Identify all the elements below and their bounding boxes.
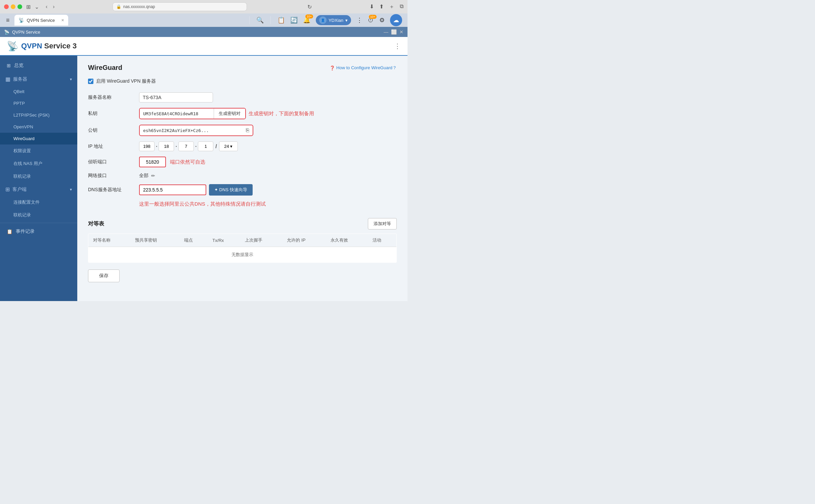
titlebar-nav: ‹ ›	[46, 4, 55, 10]
dns-annotation-row: 这里一般选择阿里云公共DNS，其他特殊情况请自行测试	[139, 201, 390, 207]
sidebar-item-client-log[interactable]: 联机记录	[0, 209, 77, 221]
connection-log-label: 联机记录	[13, 174, 31, 179]
public-key-control: esh65vnI2K2AuYieFX+Cz6... ⎘	[139, 125, 390, 136]
download-icon[interactable]: ⬇	[370, 3, 374, 10]
browser-tabbar: ≡ 📡 QVPN Service ✕ 🔍 📋 🔄 🔔 10+ 👤 YDXian …	[0, 13, 408, 27]
sidebar-item-event-log[interactable]: 📋 事件记录	[0, 224, 77, 239]
sidebar-group-server[interactable]: ▦ ​​服务器 ▾	[0, 73, 77, 86]
listen-port-input[interactable]	[139, 157, 166, 167]
ip-seg1[interactable]	[139, 141, 155, 151]
titlebar-chevron-icon[interactable]: ⌄	[35, 4, 39, 10]
save-button[interactable]: 保存	[88, 269, 120, 282]
sidebar-item-online-users[interactable]: 在线 NAS 用户	[0, 157, 77, 170]
peer-header: 对等表 添加对等	[88, 218, 397, 229]
dns-label: DNS服务器地址	[88, 187, 135, 193]
private-key-label: 私钥	[88, 111, 135, 117]
url-text: nas.xxxxxxx.qnap	[123, 4, 155, 9]
bell-wrapper[interactable]: 🔔 10+	[303, 16, 310, 24]
sidebar-item-openvpn[interactable]: OpenVPN	[0, 121, 77, 133]
browser-tab-qvpn[interactable]: 📡 QVPN Service ✕	[14, 15, 68, 26]
enable-wireguard-checkbox[interactable]	[88, 79, 93, 84]
avatar-icon: 👤	[321, 18, 325, 22]
public-key-group: esh65vnI2K2AuYieFX+Cz6... ⎘	[139, 125, 253, 136]
sidebar-item-pptp[interactable]: PPTP	[0, 97, 77, 109]
server-group-icon: ▦	[5, 76, 10, 82]
copy-icon[interactable]: ⎘	[246, 127, 249, 133]
app-minimize-button[interactable]: —	[384, 29, 388, 35]
ip-cidr-select[interactable]: 24 ▾	[219, 141, 238, 151]
col-preshared-key: 预共享密钥	[130, 234, 179, 247]
wireguard-label: WireGuard	[13, 136, 35, 141]
sidebar-item-overview[interactable]: ⊞ 总览	[0, 58, 77, 73]
help-link-text: How to Configure WireGuard？	[336, 65, 397, 71]
gauge-icon[interactable]: ⚙	[379, 16, 385, 24]
event-log-icon: 📋	[7, 229, 12, 234]
server-name-input[interactable]	[139, 92, 213, 102]
peer-section: 对等表 添加对等 对等名称 预共享密钥 端点 Tx/Rx 上次握手 允许的 IP…	[88, 218, 397, 263]
peer-table-title: 对等表	[88, 220, 104, 227]
public-key-label: 公钥	[88, 127, 135, 133]
public-key-value: esh65vnI2K2AuYieFX+Cz6...	[143, 128, 243, 133]
files-icon[interactable]: 📋	[277, 16, 285, 24]
tabs-icon[interactable]: ⧉	[400, 3, 403, 10]
tab-close-button[interactable]: ✕	[61, 18, 64, 23]
ip-seg3[interactable]	[178, 141, 194, 151]
sidebar-item-connection-log[interactable]: 联机记录	[0, 170, 77, 183]
dns-wizard-button[interactable]: ✦ DNS 快速向导	[209, 184, 253, 196]
sidebar: ⊞ 总览 ▦ ​​服务器 ▾ QBelt PPTP L2TP/IPSec (PS…	[0, 56, 77, 301]
maximize-traffic-light[interactable]	[17, 4, 22, 9]
qbelt-label: QBelt	[13, 89, 25, 94]
app-maximize-button[interactable]: ⬜	[391, 29, 397, 35]
hamburger-menu[interactable]: ≡	[3, 15, 13, 25]
cloud-button[interactable]: ☁	[390, 14, 402, 26]
peer-table: 对等名称 预共享密钥 端点 Tx/Rx 上次握手 允许的 IP 永久有效 活动 …	[88, 234, 397, 263]
titlebar: ⊞ ⌄ ‹ › 🔒 nas.xxxxxxx.qnap ↻ ⬇ ⬆ ＋ ⧉	[0, 0, 408, 13]
user-button[interactable]: 👤 YDXian ▾	[316, 15, 351, 25]
new-tab-icon[interactable]: ＋	[389, 3, 394, 10]
generate-keypair-button[interactable]: 生成密钥对	[214, 109, 245, 119]
app-titlebar-icon: 📡	[4, 30, 9, 35]
app-window-controls: — ⬜ ✕	[384, 29, 403, 35]
divider	[249, 16, 250, 24]
col-last-handshake: 上次握手	[240, 234, 282, 247]
enable-wireguard-label: 启用 WireGuard VPN 服务器	[96, 78, 156, 84]
l2tp-label: L2TP/IPSec (PSK)	[13, 113, 50, 118]
sidebar-item-wireguard[interactable]: WireGuard	[0, 133, 77, 144]
search-icon-wrapper[interactable]: 🔍	[256, 16, 264, 24]
help-link[interactable]: ❓ How to Configure WireGuard？	[330, 65, 397, 71]
address-bar[interactable]: 🔒 nas.xxxxxxx.qnap	[113, 2, 247, 11]
sidebar-toggle-icon[interactable]: ⊞	[26, 4, 31, 10]
minimize-traffic-light[interactable]	[11, 4, 15, 9]
dns-input[interactable]	[139, 184, 206, 195]
sidebar-item-l2tp[interactable]: L2TP/IPSec (PSK)	[0, 109, 77, 121]
col-txrx: Tx/Rx	[208, 234, 240, 247]
timer-badge: 10+	[369, 15, 377, 19]
timer-wrapper[interactable]: ⏱ 10+	[368, 17, 374, 24]
private-key-control: 生成密钥对 生成密钥对，下面的复制备用	[139, 108, 390, 119]
private-key-input[interactable]	[140, 109, 214, 118]
add-peer-button[interactable]: 添加对等	[368, 218, 397, 229]
more-dots-icon[interactable]: ⋮	[356, 16, 362, 24]
reload-icon[interactable]: ↻	[307, 4, 312, 10]
close-traffic-light[interactable]	[4, 4, 9, 9]
app-titlebar: 📡 QVPN Service — ⬜ ✕	[0, 27, 408, 37]
ip-dot2: ·	[175, 143, 177, 150]
ip-seg4[interactable]	[198, 141, 213, 151]
app-logo-title: QVPN Service 3	[21, 42, 77, 50]
network-edit-icon[interactable]: ✏	[151, 173, 155, 178]
ip-seg2[interactable]	[159, 141, 174, 151]
sidebar-item-permission[interactable]: 权限设置	[0, 144, 77, 157]
app-header-more-icon[interactable]: ⋮	[394, 42, 401, 50]
titlebar-actions: ⬇ ⬆ ＋ ⧉	[370, 3, 403, 10]
ip-cidr-value: 24 ▾	[224, 144, 232, 149]
sidebar-group-client-label: ​​客户端	[12, 186, 27, 193]
cloud-icon: ☁	[393, 16, 399, 24]
sidebar-item-connect-config[interactable]: 连接配置文件	[0, 196, 77, 209]
share-icon[interactable]: ⬆	[379, 3, 384, 10]
refresh-icon[interactable]: 🔄	[290, 16, 298, 24]
app-close-button[interactable]: ✕	[399, 29, 403, 35]
sidebar-item-qbelt[interactable]: QBelt	[0, 86, 77, 97]
back-button[interactable]: ‹	[46, 4, 47, 10]
sidebar-group-client[interactable]: ⊞ ​​客户端 ▾	[0, 183, 77, 196]
forward-button[interactable]: ›	[53, 4, 54, 10]
